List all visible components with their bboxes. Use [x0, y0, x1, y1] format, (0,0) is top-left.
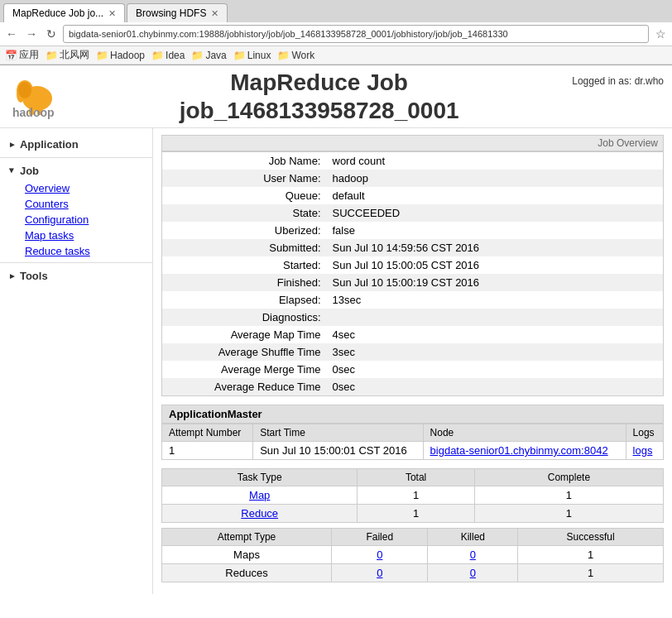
- am-attempt-0: 1: [162, 442, 253, 460]
- am-col-start-time: Start Time: [253, 424, 423, 442]
- header-user: Logged in as: dr.who: [572, 69, 664, 87]
- tab-hdfs[interactable]: Browsing HDFS ✕: [127, 3, 228, 22]
- am-col-node: Node: [423, 424, 626, 442]
- job-field-label-12: Average Merge Time: [162, 361, 328, 378]
- sidebar-section-tools: ► Tools: [0, 266, 152, 285]
- job-field-label-0: Job Name:: [162, 152, 328, 170]
- tab-mapreduce[interactable]: MapReduce Job jo... ✕: [3, 3, 125, 22]
- am-node-0[interactable]: bigdata-senior01.chybinmy.com:8042: [423, 442, 626, 460]
- am-logs-0[interactable]: logs: [626, 442, 663, 460]
- job-field-value-1: hadoop: [328, 170, 664, 187]
- application-arrow-icon: ►: [8, 140, 17, 149]
- header: hadoop MapReduce Job job_1468133958728_0…: [0, 65, 672, 128]
- job-field-value-11: 3sec: [328, 343, 664, 361]
- application-master-table: Attempt Number Start Time Node Logs 1Sun…: [161, 424, 664, 460]
- attempt-row-1-col-1[interactable]: 0: [332, 564, 428, 582]
- sidebar-section-application: ► Application: [0, 135, 152, 154]
- bookmark-work[interactable]: 📁 Work: [277, 50, 314, 61]
- tab-mapreduce-label: MapReduce Job jo...: [12, 7, 103, 19]
- sidebar-section-job: ► Job Overview Counters Configuration Ma…: [0, 161, 152, 259]
- nav-bar: ← → ↻ ☆: [0, 22, 672, 46]
- job-field-value-12: 0sec: [328, 361, 664, 378]
- bookmark-bar: 📅 应用 📁 北风网 📁 Hadoop 📁 Idea 📁 Java 📁 Linu…: [0, 46, 672, 65]
- job-field-label-13: Average Reduce Time: [162, 378, 328, 396]
- am-col-attempt: Attempt Number: [162, 424, 253, 442]
- job-field-label-9: Diagnostics:: [162, 309, 328, 326]
- page: hadoop MapReduce Job job_1468133958728_0…: [0, 65, 672, 594]
- back-button[interactable]: ←: [3, 26, 20, 42]
- task-col-total: Total: [358, 469, 474, 486]
- star-button[interactable]: ☆: [652, 26, 669, 42]
- task-row-0-col-2: 1: [474, 486, 663, 505]
- am-start-0: Sun Jul 10 15:00:01 CST 2016: [253, 442, 423, 460]
- job-arrow-icon: ►: [7, 167, 17, 175]
- svg-text:hadoop: hadoop: [12, 106, 55, 119]
- job-field-label-6: Started:: [162, 256, 328, 274]
- job-field-value-3: SUCCEEDED: [328, 204, 664, 222]
- job-field-label-7: Finished:: [162, 274, 328, 291]
- bookmark-idea[interactable]: 📁 Idea: [151, 50, 185, 61]
- sidebar-tools-label: Tools: [20, 270, 48, 282]
- page-title: MapReduce Job job_1468133958728_0001: [66, 69, 572, 124]
- attempt-col-failed: Failed: [332, 529, 428, 546]
- hadoop-elephant-icon: hadoop: [8, 74, 66, 119]
- address-bar[interactable]: [63, 25, 649, 43]
- am-col-logs: Logs: [626, 424, 663, 442]
- attempt-row-0-col-3: 1: [518, 546, 664, 564]
- bookmark-java[interactable]: 📁 Java: [191, 50, 226, 61]
- task-row-0-col-0[interactable]: Map: [162, 486, 358, 505]
- tab-mapreduce-close[interactable]: ✕: [108, 8, 116, 19]
- bookmark-hadoop[interactable]: 📁 Hadoop: [96, 50, 145, 61]
- attempt-col-successful: Successful: [518, 529, 664, 546]
- sidebar-divider-1: [0, 157, 152, 158]
- attempt-row-0-col-0: Maps: [162, 546, 332, 564]
- sidebar-divider-2: [0, 262, 152, 263]
- sidebar-tools-header[interactable]: ► Tools: [0, 266, 152, 285]
- hadoop-logo: hadoop: [8, 74, 66, 119]
- task-summary-table: Task Type Total Complete Map11Reduce11: [161, 468, 664, 523]
- tab-hdfs-close[interactable]: ✕: [211, 8, 218, 19]
- attempt-row-1-col-2[interactable]: 0: [428, 564, 518, 582]
- attempt-col-type: Attempt Type: [162, 529, 332, 546]
- bookmark-apps[interactable]: 📅 应用: [5, 48, 39, 62]
- attempt-row-0-col-2[interactable]: 0: [428, 546, 518, 564]
- job-field-label-3: State:: [162, 204, 328, 222]
- tab-bar: MapReduce Job jo... ✕ Browsing HDFS ✕: [0, 0, 672, 22]
- sidebar-job-header[interactable]: ► Job: [0, 161, 152, 180]
- job-field-label-10: Average Map Time: [162, 326, 328, 343]
- job-field-value-8: 13sec: [328, 291, 664, 309]
- task-row-1-col-2: 1: [474, 505, 663, 523]
- attempt-summary-table: Attempt Type Failed Killed Successful Ma…: [161, 528, 664, 582]
- job-field-value-7: Sun Jul 10 15:00:19 CST 2016: [328, 274, 664, 291]
- task-row-1-col-0[interactable]: Reduce: [162, 505, 358, 523]
- attempt-row-1-col-3: 1: [518, 564, 664, 582]
- sidebar-link-overview[interactable]: Overview: [0, 180, 152, 196]
- job-field-value-10: 4sec: [328, 326, 664, 343]
- job-field-value-13: 0sec: [328, 378, 664, 396]
- tab-hdfs-label: Browsing HDFS: [136, 7, 206, 19]
- task-col-complete: Complete: [474, 469, 663, 486]
- sidebar-link-configuration[interactable]: Configuration: [0, 212, 152, 228]
- attempt-row-0-col-1[interactable]: 0: [332, 546, 428, 564]
- bookmark-bfw[interactable]: 📁 北风网: [46, 48, 89, 62]
- forward-button[interactable]: →: [23, 26, 40, 42]
- content-area: Job Overview Job Name:word countUser Nam…: [153, 128, 672, 594]
- sidebar-link-map-tasks[interactable]: Map tasks: [0, 228, 152, 243]
- job-overview-title: Job Overview: [161, 135, 664, 151]
- application-master-header: ApplicationMaster: [161, 405, 664, 424]
- header-title: MapReduce Job job_1468133958728_0001: [66, 69, 572, 124]
- refresh-button[interactable]: ↻: [43, 26, 60, 42]
- job-field-value-4: false: [328, 222, 664, 239]
- task-row-0-col-1: 1: [358, 486, 474, 505]
- sidebar-link-reduce-tasks[interactable]: Reduce tasks: [0, 243, 152, 259]
- job-field-label-5: Submitted:: [162, 239, 328, 256]
- tools-arrow-icon: ►: [8, 271, 17, 280]
- sidebar-job-label: Job: [20, 165, 39, 177]
- sidebar-application-label: Application: [20, 138, 79, 151]
- bookmark-linux[interactable]: 📁 Linux: [233, 50, 271, 61]
- task-col-type: Task Type: [162, 469, 358, 486]
- job-field-label-4: Uberized:: [162, 222, 328, 239]
- job-field-value-2: default: [328, 187, 664, 204]
- sidebar-application-header[interactable]: ► Application: [0, 135, 152, 154]
- sidebar-link-counters[interactable]: Counters: [0, 196, 152, 212]
